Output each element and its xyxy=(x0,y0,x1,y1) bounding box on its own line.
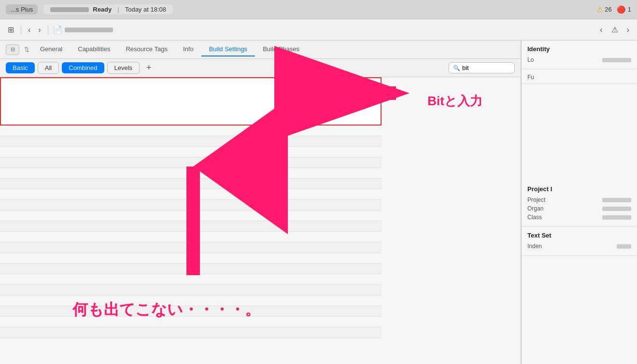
grid-view-button[interactable]: ⊞ xyxy=(5,23,17,36)
search-box[interactable]: 🔍 xyxy=(449,62,515,73)
nav-forward-button[interactable]: › xyxy=(624,24,632,36)
basic-button[interactable]: Basic xyxy=(6,62,35,73)
settings-row xyxy=(0,168,382,179)
project-name-blurred xyxy=(50,7,89,12)
project-info-title: Project I xyxy=(527,185,631,193)
toolbar: ⊞ ‹ › 📄 ‹ ⚠ › xyxy=(0,19,637,41)
settings-row xyxy=(0,126,382,136)
file-icon: 📄 xyxy=(52,24,63,36)
alerts-area: ⚠ 26 🔴 1 xyxy=(596,5,631,14)
lo-label: Lo xyxy=(527,56,534,63)
right-panel: Identity Lo Fu Project I Project Organ C… xyxy=(521,41,637,364)
identity-title: Identity xyxy=(527,45,631,53)
add-filter-button[interactable]: + xyxy=(142,62,156,74)
status-ready: Ready xyxy=(93,6,112,13)
status-bar: Ready | Today at 18:08 xyxy=(43,4,173,14)
tab-bar: ⊟ ⇅ General Capabilities Resource Tags I… xyxy=(0,41,521,59)
settings-row xyxy=(0,264,382,274)
build-content xyxy=(0,77,521,364)
lo-row: Lo xyxy=(527,56,631,64)
organ-label: Organ xyxy=(527,205,543,212)
class-value xyxy=(602,215,631,220)
sidebar-toggle[interactable]: ⊟ xyxy=(6,44,19,55)
settings-row xyxy=(0,136,382,147)
organ-row: Organ xyxy=(527,204,631,213)
sort-icon: ⇅ xyxy=(24,46,29,53)
app-label: ...s Plus xyxy=(6,4,38,14)
toolbar-divider-1 xyxy=(21,25,21,35)
settings-row xyxy=(0,147,382,157)
filename-blurred xyxy=(65,28,113,32)
warning-count: 26 xyxy=(605,6,611,13)
toolbar-divider-2 xyxy=(48,25,48,35)
empty-results-box xyxy=(0,77,382,126)
inden-value xyxy=(617,244,631,249)
tab-build-phases[interactable]: Build Phases xyxy=(255,42,307,56)
tab-resource-tags[interactable]: Resource Tags xyxy=(118,42,175,56)
error-count: 1 xyxy=(628,6,631,13)
settings-row xyxy=(0,285,382,295)
inden-row: Inden xyxy=(527,242,631,251)
settings-row xyxy=(0,221,382,232)
class-label: Class xyxy=(527,214,542,221)
inden-label: Inden xyxy=(527,243,542,250)
tab-capabilities[interactable]: Capabilities xyxy=(70,42,118,56)
lo-value xyxy=(602,58,631,62)
fu-label: Fu xyxy=(527,74,534,81)
project-value xyxy=(602,198,631,202)
settings-row xyxy=(0,327,382,338)
settings-row xyxy=(0,179,382,189)
timestamp: Today at 18:08 xyxy=(125,6,166,13)
error-icon: 🔴 xyxy=(617,5,626,14)
settings-row xyxy=(0,253,382,264)
text-settings-section: Text Set Inden xyxy=(522,227,637,256)
project-label: Project xyxy=(527,196,545,203)
separator: | xyxy=(117,6,119,13)
toolbar-right-buttons: ‹ ⚠ › xyxy=(597,23,632,36)
settings-row xyxy=(0,242,382,253)
settings-tabs: General Capabilities Resource Tags Info … xyxy=(32,42,515,56)
warning-alert[interactable]: ⚠ 26 xyxy=(596,5,611,14)
warning-icon: ⚠ xyxy=(596,5,603,14)
tab-info[interactable]: Info xyxy=(175,42,201,56)
fu-row: Fu xyxy=(522,70,637,84)
search-icon: 🔍 xyxy=(453,65,460,71)
organ-value xyxy=(602,207,631,211)
text-settings-title: Text Set xyxy=(527,232,631,239)
error-alert[interactable]: 🔴 1 xyxy=(617,5,631,14)
identity-section: Identity Lo xyxy=(522,41,637,70)
settings-row xyxy=(0,157,382,168)
spacer-area xyxy=(522,84,637,181)
class-row: Class xyxy=(527,213,631,222)
combined-button[interactable]: Combined xyxy=(62,62,104,73)
back-button[interactable]: ‹ xyxy=(25,24,33,36)
project-row: Project xyxy=(527,196,631,204)
settings-row xyxy=(0,200,382,210)
project-info-section: Project I Project Organ Class xyxy=(522,181,637,227)
settings-row xyxy=(0,210,382,221)
settings-row xyxy=(0,189,382,200)
bit-input-annotation: Bitと入力 xyxy=(427,93,482,110)
nav-warning-button[interactable]: ⚠ xyxy=(609,23,621,36)
build-toolbar: Basic All Combined Levels + 🔍 xyxy=(0,59,521,77)
settings-row xyxy=(0,232,382,242)
tab-general[interactable]: General xyxy=(32,42,70,56)
all-button[interactable]: All xyxy=(38,62,59,74)
levels-button[interactable]: Levels xyxy=(107,62,140,74)
nav-back-button[interactable]: ‹ xyxy=(597,24,605,36)
tab-build-settings[interactable]: Build Settings xyxy=(201,42,255,56)
no-results-annotation: 何も出てこない・・・・。 xyxy=(72,299,260,321)
search-input[interactable] xyxy=(462,64,510,71)
forward-button[interactable]: › xyxy=(35,24,43,36)
titlebar: ...s Plus Ready | Today at 18:08 ⚠ 26 🔴 … xyxy=(0,0,637,19)
settings-row xyxy=(0,274,382,285)
